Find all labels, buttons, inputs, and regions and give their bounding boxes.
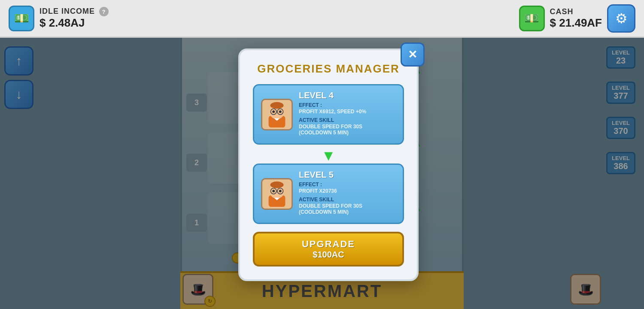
current-level-content: LEVEL 4 EFFECT : PROFIT X6912, SPEED +0%… <box>299 91 396 138</box>
next-effect-value: PROFIT X20736 <box>299 188 396 194</box>
next-level-avatar <box>261 178 293 210</box>
cash-text: CASH $ 21.49AF <box>550 7 602 30</box>
cash-value: $ 21.49AF <box>550 16 602 30</box>
cash-label: CASH <box>550 7 602 16</box>
current-level-title: LEVEL 4 <box>299 91 396 100</box>
next-effect-label: EFFECT : <box>299 182 396 188</box>
current-skill-label: ACTIVE SKILL <box>299 117 396 123</box>
cash-icon: 💵 <box>519 6 545 31</box>
settings-button[interactable]: ⚙ <box>607 4 635 33</box>
svg-point-7 <box>279 110 282 113</box>
game-area: ↑ ↓ 🍔 BURGERS 🥗 SALADS ⚡ 🤖 3 2 1 ▲ ▲ ▲ $… <box>0 38 644 309</box>
level-arrow-icon: ▼ <box>321 148 336 163</box>
top-bar: 💵 IDLE INCOME ? $ 2.48AJ 💵 CASH $ 21.49A… <box>0 0 644 38</box>
idle-income-text: IDLE INCOME ? $ 2.48AJ <box>39 7 109 30</box>
current-level-avatar <box>261 99 293 130</box>
modal-close-button[interactable]: ✕ <box>401 42 425 67</box>
next-level-title: LEVEL 5 <box>299 170 396 180</box>
upgrade-cost: $100AC <box>260 250 397 260</box>
groceries-manager-modal: ✕ GROCERIES MANAGER <box>238 48 419 281</box>
svg-point-6 <box>272 110 275 113</box>
upgrade-label: UPGRADE <box>260 239 397 250</box>
manager-avatar-svg-2 <box>262 179 292 209</box>
down-arrow-connector: ▼ <box>253 148 404 163</box>
idle-income-value: $ 2.48AJ <box>39 16 109 30</box>
svg-point-11 <box>270 181 283 188</box>
idle-income-label: IDLE INCOME ? <box>39 7 109 16</box>
next-level-content: LEVEL 5 EFFECT : PROFIT X20736 ACTIVE SK… <box>299 170 396 218</box>
idle-income-section: 💵 IDLE INCOME ? $ 2.48AJ <box>9 6 109 31</box>
manager-avatar-svg <box>262 100 292 130</box>
upgrade-button[interactable]: UPGRADE $100AC <box>253 232 404 267</box>
current-level-card: LEVEL 4 EFFECT : PROFIT X6912, SPEED +0%… <box>253 84 404 145</box>
modal-title: GROCERIES MANAGER <box>253 62 404 76</box>
idle-income-label-text: IDLE INCOME <box>39 7 95 15</box>
current-effect-label: EFFECT : <box>299 102 396 108</box>
svg-point-2 <box>270 102 283 109</box>
modal-overlay: ✕ GROCERIES MANAGER <box>0 38 644 309</box>
svg-point-15 <box>272 190 275 192</box>
current-effect-value: PROFIT X6912, SPEED +0% <box>299 109 396 115</box>
current-skill-value: DOUBLE SPEED FOR 30S (COOLDOWN 5 MIN) <box>299 124 396 136</box>
next-skill-value: DOUBLE SPEED FOR 30S (COOLDOWN 5 MIN) <box>299 203 396 215</box>
cash-section: 💵 CASH $ 21.49AF ⚙ <box>519 4 635 33</box>
idle-income-icon: 💵 <box>9 6 34 31</box>
next-skill-label: ACTIVE SKILL <box>299 197 396 203</box>
help-icon[interactable]: ? <box>99 7 109 16</box>
svg-point-16 <box>279 190 282 192</box>
next-level-card: LEVEL 5 EFFECT : PROFIT X20736 ACTIVE SK… <box>253 164 404 224</box>
